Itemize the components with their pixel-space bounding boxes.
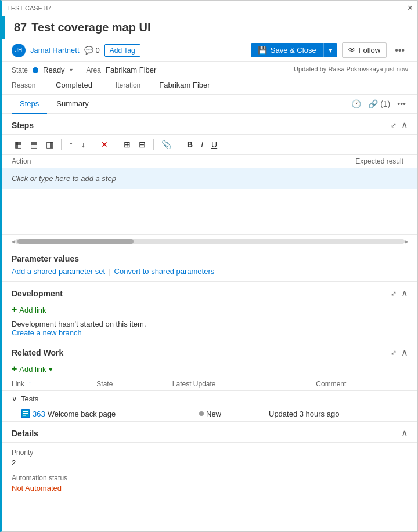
attach-button[interactable]: 📎	[158, 138, 174, 151]
work-item-number: 87	[14, 21, 27, 34]
related-expand-button[interactable]: ⤢	[391, 349, 397, 357]
separator-2	[93, 139, 93, 150]
tab-history-button[interactable]: 🕐	[349, 97, 363, 111]
automation-value[interactable]: Not Automated	[12, 484, 408, 493]
tab-steps[interactable]: Steps	[12, 95, 47, 114]
link-column-label: Link	[12, 380, 24, 388]
save-dropdown-arrow: ▾	[329, 46, 333, 55]
tests-chevron: ∨	[12, 395, 17, 403]
wi-update: Updated 3 hours ago	[269, 410, 362, 418]
tab-summary[interactable]: Summary	[48, 95, 97, 114]
related-plus-icon: +	[12, 364, 17, 374]
tests-group-label: Tests	[21, 395, 38, 403]
priority-value[interactable]: 2	[12, 458, 408, 467]
related-table-header-row: Link ↑ State Latest Update Comment	[2, 378, 417, 391]
steps-controls: ⤢ ∧	[391, 120, 408, 131]
work-item-title-text[interactable]: Test coverage map UI	[31, 21, 150, 34]
state-dot	[33, 67, 38, 73]
development-section-header: Development ⤢ ∧	[2, 282, 417, 302]
follow-icon: 👁	[348, 46, 356, 55]
development-section: Development ⤢ ∧ + Add link Development h…	[2, 282, 417, 341]
dev-plus-icon: +	[12, 305, 17, 315]
tab-more-button[interactable]: •••	[395, 97, 408, 111]
steps-collapse-button[interactable]: ∧	[401, 120, 408, 131]
wi-type-icon	[21, 409, 30, 418]
add-shared-param-link[interactable]: Add a shared parameter set	[12, 267, 105, 276]
iteration-value: Fabrikam Fiber	[159, 81, 210, 89]
steps-expand-button[interactable]: ⤢	[391, 121, 397, 129]
more-dots-icon: •••	[395, 45, 405, 55]
svg-rect-2	[23, 413, 28, 414]
separator-4	[153, 139, 154, 150]
area-label: Area	[87, 66, 101, 74]
steps-scrollbar[interactable]: ◂ ▸	[2, 235, 417, 248]
user-name[interactable]: Jamal Hartnett	[30, 46, 80, 55]
parameter-values-section: Parameter values Add a shared parameter …	[2, 248, 417, 282]
dev-add-link-button[interactable]: + Add link	[2, 302, 56, 317]
comment-count: 0	[96, 46, 100, 55]
tests-group-row[interactable]: ∨ Tests	[2, 391, 417, 407]
related-work-table: Link ↑ State Latest Update Comment	[2, 378, 417, 391]
wi-state-label: New	[206, 410, 221, 418]
follow-button[interactable]: 👁 Follow	[342, 42, 387, 58]
details-body: Priority 2 Automation status Not Automat…	[2, 443, 417, 505]
parameter-links: Add a shared parameter set | Convert to …	[12, 267, 408, 276]
format-step-button[interactable]: ▥	[43, 138, 56, 151]
work-item-title-row: 87 Test coverage map UI	[14, 21, 408, 34]
wi-title-area: 363 Welcome back page	[21, 409, 199, 418]
details-collapse-button[interactable]: ∧	[401, 428, 408, 439]
create-branch-link[interactable]: Create a new branch	[12, 328, 82, 337]
indent-button[interactable]: ⊞	[121, 138, 134, 151]
scrollbar-track[interactable]	[15, 239, 405, 244]
link-column-header[interactable]: Link ↑	[2, 378, 87, 391]
underline-button[interactable]: U	[208, 138, 220, 151]
wi-number[interactable]: 363	[33, 410, 45, 418]
state-dropdown-arrow[interactable]: ▾	[70, 67, 73, 73]
tab-summary-label: Summary	[56, 99, 89, 108]
expected-column-header: Expected result	[355, 157, 408, 165]
more-options-button[interactable]: •••	[391, 44, 408, 57]
dev-collapse-button[interactable]: ∧	[401, 288, 408, 299]
links-badge: (1)	[380, 99, 390, 108]
save-close-button[interactable]: 💾 Save & Close	[251, 43, 323, 57]
italic-button[interactable]: I	[198, 138, 206, 151]
details-title: Details	[12, 429, 38, 438]
close-button[interactable]: ×	[408, 3, 413, 13]
insert-step-button[interactable]: ▦	[12, 138, 25, 151]
history-icon: 🕐	[351, 99, 361, 108]
action-column-header: Action	[12, 157, 355, 165]
dev-expand-button[interactable]: ⤢	[391, 289, 397, 298]
related-work-section: Related Work ⤢ ∧ + Add link ▾ Li	[2, 341, 417, 422]
bold-button[interactable]: B	[184, 138, 196, 151]
state-value[interactable]: Ready	[43, 66, 65, 74]
tab-links-button[interactable]: 🔗 (1)	[366, 97, 392, 111]
delete-step-button[interactable]: ✕	[98, 138, 111, 151]
outdent-button[interactable]: ⊟	[136, 138, 149, 151]
content-area: Steps ⤢ ∧ ▦ ▤ ▥ ↑	[2, 114, 417, 531]
scrollbar-thumb[interactable]	[17, 239, 134, 244]
move-down-button[interactable]: ↓	[78, 138, 88, 151]
insert-shared-step-button[interactable]: ▤	[27, 138, 41, 151]
iteration-label: Iteration	[116, 81, 140, 89]
state-label: State	[12, 66, 28, 74]
scroll-right-arrow[interactable]: ▸	[405, 237, 408, 245]
test-case-icon-svg	[22, 410, 29, 417]
dev-not-started-text: Development hasn't started on this item.	[12, 320, 408, 328]
insert-step-icon: ▦	[15, 140, 22, 149]
insert-shared-step-icon: ▤	[30, 140, 38, 149]
related-add-link-button[interactable]: + Add link ▾	[12, 364, 53, 374]
comment-icon: 💬	[84, 46, 93, 55]
add-tag-button[interactable]: Add Tag	[105, 44, 140, 57]
related-collapse-button[interactable]: ∧	[401, 347, 408, 358]
state-column-header: State	[87, 378, 163, 391]
reason-value: Completed	[56, 81, 92, 89]
add-step-row[interactable]: Click or type here to add a step	[2, 168, 417, 189]
save-close-dropdown-button[interactable]: ▾	[323, 43, 337, 57]
details-header: Details ∧	[2, 422, 417, 443]
related-add-link-label: Add link	[19, 365, 46, 374]
development-controls: ⤢ ∧	[391, 288, 408, 299]
svg-rect-1	[23, 411, 28, 412]
convert-shared-params-link[interactable]: Convert to shared parameters	[114, 267, 215, 276]
move-up-button[interactable]: ↑	[66, 138, 76, 151]
area-value[interactable]: Fabrikam Fiber	[106, 66, 156, 74]
